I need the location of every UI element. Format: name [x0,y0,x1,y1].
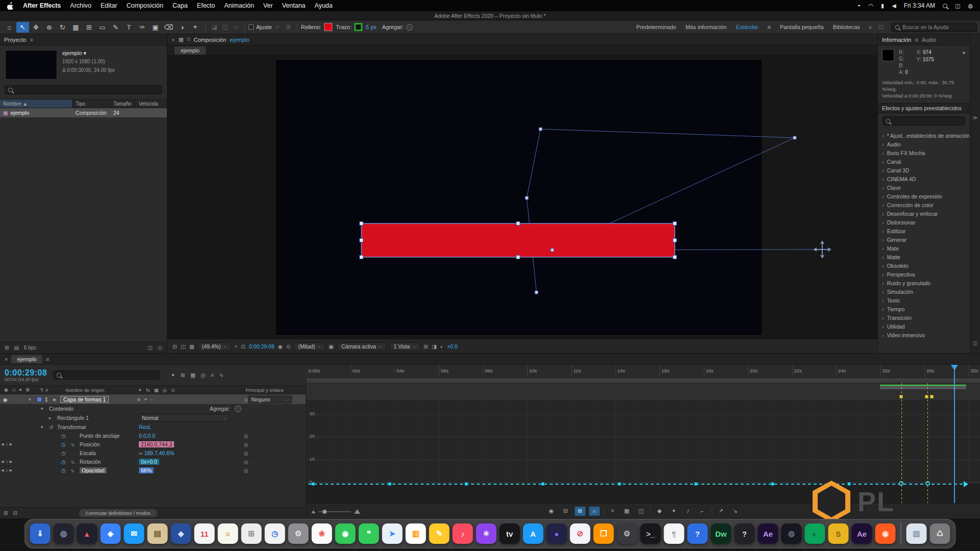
graph-type-icon[interactable]: ⊟ [560,507,571,516]
graph-filter-icon[interactable]: ◉ [546,507,557,516]
panel-menu-icon[interactable]: ≡ [30,37,33,43]
help-search-input[interactable] [902,24,973,30]
photos-app-icon[interactable]: ❀ [312,523,332,544]
property-value[interactable]: 189.7,40.6% [144,450,174,456]
spotlight-search-icon[interactable] [943,4,947,8]
unknown-app-icon[interactable]: ? [734,523,755,544]
menu-archivo[interactable]: Archivo [70,2,91,9]
switch-app-icon[interactable]: ◐ [805,523,825,544]
effects-category-item[interactable]: › Tiempo [878,305,970,313]
music-app-icon[interactable]: ♪ [453,523,473,544]
facetime-app-icon[interactable]: ◉ [335,523,356,544]
close-icon[interactable]: × [5,356,8,362]
graph-editor[interactable]: 30 20 10 0 [306,400,980,503]
effects-category-item[interactable]: › Canal 3D [878,166,970,174]
group-label[interactable]: Contenido [49,406,74,412]
graph-toggle-icon[interactable]: ∿ [70,468,75,473]
pickwhip-icon[interactable]: ◎ [244,442,249,447]
show-transform-box-icon[interactable]: ⊞ [575,507,585,516]
effects-category-item[interactable]: › Ruido y granulado [878,279,970,287]
position-marker-icon[interactable] [814,241,830,258]
stroke-label[interactable]: Trazo: [336,24,352,30]
visibility-eye-icon[interactable]: ◉ [3,396,8,402]
workspace-bibliotecas[interactable]: Bibliotecas [833,24,860,30]
tab-audio[interactable]: Audio [922,37,936,43]
graph-keyframe[interactable] [771,482,774,486]
menu-ayuda[interactable]: Ayuda [314,2,332,9]
effects-category-item[interactable]: › Video inmersivo [878,331,970,339]
dnd-app-icon[interactable]: ⊘ [570,523,591,544]
work-area-bar[interactable] [306,378,980,383]
workspace-predeterminado[interactable]: Predeterminado [636,24,676,30]
mail-app-icon[interactable]: ✉ [124,523,144,544]
display-icon[interactable]: ◓ [857,3,861,9]
graph-toggle-icon[interactable]: ∿ [70,442,75,447]
layer-switches[interactable]: ⊕✦⌐ [137,397,156,402]
graph-keyframe[interactable] [618,482,621,486]
panel-menu-icon[interactable]: ≡ [915,37,918,43]
property-row-scale[interactable]: ◷ Escala ∞ 189.7,40.6% ◎ [0,449,306,458]
notes-app-icon[interactable]: ≡ [218,523,238,544]
timeline-tab[interactable]: ejemplo [11,355,42,363]
project-item-row[interactable]: ▩ejemplo Composición 24 [0,108,167,117]
composition-tab[interactable]: ejemplo [175,46,206,55]
timeline-zoom-control[interactable] [311,509,360,514]
stopwatch-icon[interactable]: ◷ [61,442,66,447]
textedit-app-icon[interactable]: ¶ [664,523,684,544]
trash-icon[interactable]: ♺ [930,523,950,544]
workspace-menu-icon[interactable]: ≡ [768,24,771,30]
siri-app-icon[interactable]: ● [547,523,567,544]
panel-overflow-icon[interactable]: ≫ [972,115,977,120]
sublime-app-icon[interactable]: S [828,523,849,544]
hide-shy-icon[interactable]: ▦ [190,372,195,379]
linear-keyframe-icon[interactable]: / [683,507,694,516]
pickwhip-icon[interactable]: ◎ [244,459,249,465]
utilities-app-icon[interactable]: ⚙ [617,523,638,544]
snap-checkbox[interactable] [249,24,254,30]
preview-app-icon[interactable]: ◆ [171,523,191,544]
after-effects-2-app-icon[interactable]: Ae [852,523,872,544]
list-view-icon[interactable]: ▤ [14,345,18,350]
property-value-group[interactable]: ∞ 189.7,40.6% [139,450,174,456]
ruler-toggle-icon[interactable]: ⌗ [234,343,237,349]
property-value[interactable]: 0x+0.0 [139,459,159,465]
dreamweaver-app-icon[interactable]: Dw [711,523,731,544]
rectangle-group-row[interactable]: ▸ Rectángulo 1 Normal [0,413,306,423]
launchpad-app-icon[interactable]: ⊞ [241,523,262,544]
help-search[interactable] [891,22,977,32]
draft-3d-icon[interactable]: ⊞ [181,372,185,379]
calendar-app-icon[interactable]: 11 [194,523,215,544]
type-tool-button[interactable]: T [122,22,135,33]
auto-bezier-icon[interactable]: ⌐ [697,507,708,516]
pen-tool-button[interactable]: ✎ [109,22,122,33]
pickwhip-icon[interactable]: ◎ [244,450,249,456]
timeline-search-input[interactable] [64,372,157,378]
menu-composicion[interactable]: Composición [127,2,163,9]
twirl-icon[interactable]: ▾ [41,424,43,430]
rocket-app-icon[interactable]: ▲ [77,523,97,544]
media-encoder-app-icon[interactable]: ◉ [875,523,896,544]
zoom-tool-button[interactable]: ⊕ [43,22,56,33]
twirl-icon[interactable]: ▾ [41,406,43,411]
effects-category-item[interactable]: › Transición [878,313,970,322]
graph-keyframe[interactable] [464,482,468,486]
column-tipo[interactable]: Tipo [72,99,110,108]
timeline-ruler[interactable]: 0:00s02s04s06s08s10s12s14s16s18s20s22s24… [306,365,980,378]
zoom-dropdown[interactable]: (49.4%) [198,342,231,350]
color-depth-button[interactable]: 8 bpc [24,345,36,350]
project-search[interactable] [5,85,162,94]
fit-selection-icon[interactable]: ▦ [622,507,632,516]
fill-color-swatch[interactable] [324,23,332,31]
snap-grid-icon[interactable]: ⌗ [273,23,283,31]
effects-category-item[interactable]: › Canal [878,157,970,166]
source-name-column[interactable]: Nombre de origen [65,387,104,393]
property-label[interactable]: Rotación [80,459,101,465]
add-shape-button[interactable] [406,24,413,31]
messages-app-icon[interactable]: ❝ [359,523,379,544]
property-value[interactable]: 0.0,0.0 [139,433,155,439]
downloads-app-icon[interactable]: ⇓ [30,523,51,544]
effects-category-item[interactable]: › * Ajust...establecidos de animación [878,131,970,140]
pickwhip-icon[interactable]: ◎ [244,433,249,439]
column-nombre[interactable]: Nombre ▲ [0,99,72,108]
effects-category-item[interactable]: › Boris FX Mocha [878,148,970,157]
